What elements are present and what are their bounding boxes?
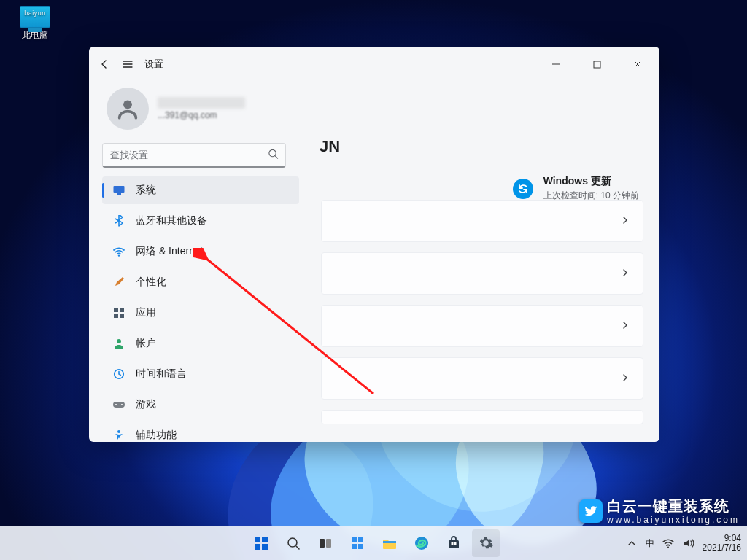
menu-button[interactable] <box>121 58 134 70</box>
tray-chevron-up-icon[interactable] <box>625 537 638 550</box>
nav-label: 网络 & Internet <box>136 245 204 258</box>
apps-icon <box>112 306 125 319</box>
site-watermark: 白云一键重装系统 www.baiyunxitong.com <box>579 497 740 525</box>
svg-rect-4 <box>117 193 121 195</box>
nav-item-gaming[interactable]: 游戏 <box>102 391 299 419</box>
taskbar: 中 9:04 2021/7/16 <box>0 526 747 560</box>
svg-rect-12 <box>113 402 125 408</box>
svg-point-1 <box>123 100 132 109</box>
nav-item-accounts[interactable]: 帐户 <box>102 330 299 357</box>
svg-rect-22 <box>320 539 325 548</box>
nav-label: 帐户 <box>136 337 156 350</box>
system-tray[interactable]: 中 9:04 2021/7/16 <box>625 534 741 553</box>
chevron-right-icon <box>621 319 630 332</box>
svg-point-15 <box>117 430 120 433</box>
tray-ime[interactable]: 中 <box>646 537 654 550</box>
taskbar-widgets[interactable] <box>344 529 371 557</box>
person-icon <box>112 337 125 350</box>
user-account-block[interactable]: ...391@qq.com <box>102 82 299 140</box>
user-email: ...391@qq.com <box>158 110 245 120</box>
settings-nav: 系统 蓝牙和其他设备 网络 & Internet 个性化 应用 <box>102 176 299 442</box>
nav-item-network[interactable]: 网络 & Internet <box>102 238 299 265</box>
search-input[interactable] <box>102 143 286 168</box>
svg-point-2 <box>269 149 276 156</box>
nav-label: 时间和语言 <box>136 368 187 381</box>
settings-main: JN Windows 更新 上次检查时间: 10 分钟前 <box>305 82 659 442</box>
svg-rect-25 <box>358 537 363 542</box>
monitor-icon: baiyun <box>20 6 50 28</box>
svg-point-21 <box>288 538 297 547</box>
back-button[interactable] <box>98 58 111 70</box>
svg-rect-28 <box>383 541 396 543</box>
bird-icon <box>579 499 603 523</box>
svg-rect-18 <box>262 537 268 542</box>
taskbar-settings[interactable] <box>472 529 500 557</box>
svg-rect-23 <box>326 539 331 548</box>
nav-label: 应用 <box>136 306 156 319</box>
tray-volume-icon[interactable] <box>682 537 695 550</box>
update-subtitle: 上次检查时间: 10 分钟前 <box>543 190 639 202</box>
settings-card[interactable] <box>321 410 643 424</box>
svg-rect-27 <box>358 544 363 549</box>
svg-point-14 <box>121 404 123 405</box>
gamepad-icon <box>112 398 125 411</box>
settings-card[interactable] <box>321 252 643 295</box>
desktop-icon-this-pc[interactable]: baiyun 此电脑 <box>10 6 60 42</box>
nav-item-personalize[interactable]: 个性化 <box>102 268 299 296</box>
nav-item-bluetooth[interactable]: 蓝牙和其他设备 <box>102 207 299 235</box>
svg-rect-20 <box>262 544 268 550</box>
svg-point-5 <box>118 254 120 256</box>
settings-sidebar: ...391@qq.com 系统 蓝牙和其他设备 <box>89 82 305 442</box>
brush-icon <box>112 276 125 289</box>
settings-window: 设置 ...391@qq.com <box>89 47 659 442</box>
wifi-icon <box>112 245 125 258</box>
bluetooth-icon <box>112 214 125 228</box>
nav-item-system[interactable]: 系统 <box>102 176 299 204</box>
settings-card[interactable] <box>321 200 643 242</box>
svg-rect-24 <box>352 537 357 542</box>
svg-rect-9 <box>120 314 124 318</box>
accessibility-icon <box>112 429 125 442</box>
svg-rect-19 <box>255 544 260 550</box>
taskbar-taskview[interactable] <box>311 529 339 557</box>
sync-icon <box>513 179 533 199</box>
window-minimize[interactable] <box>540 53 572 75</box>
svg-rect-0 <box>594 61 600 68</box>
avatar <box>107 88 149 130</box>
nav-item-apps[interactable]: 应用 <box>102 299 299 327</box>
svg-rect-8 <box>114 314 118 318</box>
taskbar-search[interactable] <box>279 529 307 557</box>
tray-date: 2021/7/16 <box>703 543 741 553</box>
window-titlebar: 设置 <box>89 47 659 82</box>
svg-rect-30 <box>449 540 459 548</box>
taskbar-start[interactable] <box>247 529 275 557</box>
taskbar-edge[interactable] <box>408 529 436 557</box>
taskbar-explorer[interactable] <box>376 529 403 557</box>
page-title-partial: JN <box>320 137 643 156</box>
svg-rect-32 <box>454 542 457 545</box>
window-close[interactable] <box>622 53 654 75</box>
window-maximize[interactable] <box>581 53 613 75</box>
nav-item-time-language[interactable]: 时间和语言 <box>102 360 299 388</box>
svg-rect-3 <box>114 186 125 192</box>
svg-rect-7 <box>120 308 124 312</box>
svg-point-13 <box>115 404 117 405</box>
tray-wifi-icon[interactable] <box>662 537 675 550</box>
chevron-right-icon <box>621 267 630 280</box>
taskbar-store[interactable] <box>440 529 468 557</box>
windows-update-card[interactable]: Windows 更新 上次检查时间: 10 分钟前 <box>513 175 639 202</box>
update-title: Windows 更新 <box>543 175 639 188</box>
settings-card[interactable] <box>321 305 643 347</box>
watermark-brand: 白云一键重装系统 <box>607 498 729 514</box>
search-icon <box>268 149 279 163</box>
svg-rect-6 <box>114 308 118 312</box>
chevron-right-icon <box>621 372 630 385</box>
window-title: 设置 <box>144 58 163 71</box>
nav-label: 个性化 <box>136 276 166 289</box>
monitor-icon <box>112 184 125 197</box>
chevron-right-icon <box>621 214 630 228</box>
watermark-url: www.baiyunxitong.com <box>607 515 740 525</box>
clock-icon <box>112 368 125 381</box>
settings-card[interactable] <box>321 357 643 400</box>
nav-item-accessibility[interactable]: 辅助功能 <box>102 421 299 442</box>
